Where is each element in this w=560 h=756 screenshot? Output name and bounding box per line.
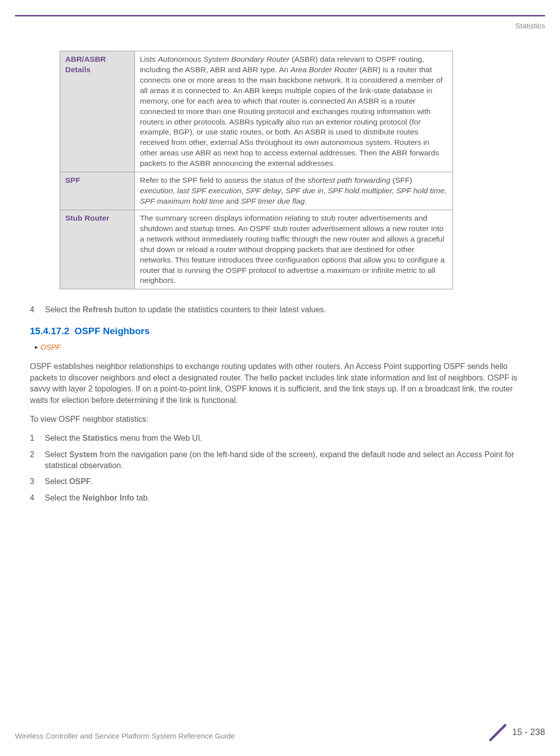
row-description: Lists Autonomous System Boundary Router … (135, 51, 453, 172)
footer-guide-title: Wireless Controller and Service Platform… (15, 731, 235, 741)
numbered-step: 1Select the Statistics menu from the Web… (30, 433, 530, 444)
row-description: The summary screen displays information … (135, 210, 453, 289)
step-pre: Select the (45, 305, 83, 314)
lead-paragraph: To view OSPF neighbor statistics: (30, 414, 530, 425)
refresh-term: Refresh (83, 305, 112, 314)
breadcrumb-text: OSPF (40, 342, 61, 352)
step-body: Select the Neighbor Info tab. (45, 493, 530, 504)
row-label: SPF (60, 172, 135, 210)
step-number: 3 (30, 476, 45, 487)
breadcrumb[interactable]: OSPF (35, 342, 530, 352)
row-label: Stub Router (60, 210, 135, 289)
page-number: 15 - 238 (512, 726, 545, 739)
step-number: 4 (30, 304, 43, 315)
step-number: 2 (30, 449, 45, 472)
numbered-step: 3Select OSPF. (30, 476, 530, 487)
step-body: Select System from the navigation pane (… (45, 449, 530, 472)
refresh-step: 4 Select the Refresh button to update th… (30, 304, 530, 315)
step-body: Select OSPF. (45, 476, 530, 487)
header-rule (15, 15, 545, 16)
table-row: SPFRefer to the SPF field to assess the … (60, 172, 453, 210)
section-number: 15.4.17.2 (30, 326, 69, 336)
section-heading: 15.4.17.2 OSPF Neighbors (30, 325, 530, 338)
numbered-step: 4Select the Neighbor Info tab. (30, 493, 530, 504)
definitions-table: ABR/ASBR DetailsLists Autonomous System … (60, 51, 453, 289)
section-title: OSPF Neighbors (75, 326, 150, 336)
step-number: 4 (30, 493, 45, 504)
intro-paragraph: OSPF establishes neighbor relationships … (30, 361, 530, 406)
header-section-label: Statistics (15, 20, 545, 31)
brand-logo-icon (489, 724, 506, 741)
footer: Wireless Controller and Service Platform… (15, 724, 545, 741)
step-post: button to update the statistics counters… (112, 305, 327, 314)
table-row: ABR/ASBR DetailsLists Autonomous System … (60, 51, 453, 172)
table-row: Stub RouterThe summary screen displays i… (60, 210, 453, 289)
row-label: ABR/ASBR Details (60, 51, 135, 172)
step-body: Select the Statistics menu from the Web … (45, 433, 530, 444)
step-number: 1 (30, 433, 45, 444)
row-description: Refer to the SPF field to assess the sta… (135, 172, 453, 210)
numbered-step: 2Select System from the navigation pane … (30, 449, 530, 472)
